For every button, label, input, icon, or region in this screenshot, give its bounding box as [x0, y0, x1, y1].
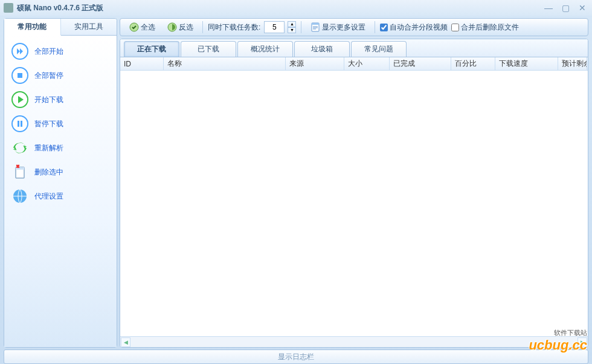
- sidebar-tab-common[interactable]: 常用功能: [4, 19, 61, 36]
- horizontal-scrollbar[interactable]: ◀ ▶: [120, 336, 588, 347]
- svg-rect-6: [21, 121, 22, 127]
- tab-downloaded[interactable]: 已下载: [181, 41, 236, 57]
- column-header[interactable]: ID: [120, 57, 164, 70]
- sidebar-item-label: 全部暂停: [34, 71, 63, 81]
- view-tabs: 正在下载 已下载 概况统计 垃圾箱 常见问题: [120, 39, 588, 57]
- svg-rect-2: [18, 73, 22, 78]
- more-settings-button[interactable]: 显示更多设置: [306, 21, 370, 34]
- grid-header: ID名称来源大小已完成百分比下载速度预计剩余: [120, 57, 588, 71]
- sidebar-item-label: 代理设置: [34, 191, 63, 202]
- main-panel: 正在下载 已下载 概况统计 垃圾箱 常见问题 ID名称来源大小已完成百分比下载速…: [120, 39, 588, 348]
- column-header[interactable]: 下载速度: [495, 57, 558, 70]
- spinner-down[interactable]: ▼: [288, 27, 296, 33]
- column-header[interactable]: 名称: [164, 57, 286, 70]
- tab-stats[interactable]: 概况统计: [237, 41, 293, 57]
- sidebar-item-label: 开始下载: [34, 95, 63, 105]
- forward-all-icon: [11, 43, 28, 60]
- globe-icon: [11, 188, 28, 205]
- tab-trash[interactable]: 垃圾箱: [294, 41, 350, 57]
- titlebar: 硕鼠 Nano v0.4.7.6 正式版 — ▢ ✕: [0, 0, 592, 16]
- play-icon: [11, 91, 28, 108]
- invert-selection-button[interactable]: 反选: [163, 21, 198, 34]
- sidebar-item-label: 全部开始: [34, 46, 63, 57]
- sidebar-item-start-all[interactable]: 全部开始: [5, 39, 115, 63]
- sidebar: 常用功能 实用工具 全部开始 全部暂停 开始下载 暂停下载 重新解析: [4, 18, 117, 348]
- scroll-left-button[interactable]: ◀: [121, 337, 130, 347]
- stop-all-icon: [11, 67, 28, 84]
- invert-icon: [167, 22, 177, 32]
- tab-faq[interactable]: 常见问题: [351, 41, 407, 57]
- toolbar: 全选 反选 同时下载任务数: ▲ ▼ 显示更多设置 自动合并分段视频: [120, 18, 588, 36]
- grid-body[interactable]: [120, 71, 588, 336]
- sidebar-tab-tools[interactable]: 实用工具: [61, 19, 117, 35]
- sidebar-item-delete[interactable]: 删除选中: [5, 160, 115, 184]
- auto-merge-checkbox[interactable]: 自动合并分段视频: [380, 22, 448, 33]
- sidebar-item-start[interactable]: 开始下载: [5, 88, 115, 112]
- auto-merge-input[interactable]: [380, 24, 388, 31]
- sidebar-item-pause[interactable]: 暂停下载: [5, 112, 115, 136]
- svg-rect-13: [312, 23, 319, 25]
- window-title: 硕鼠 Nano v0.4.7.6 正式版: [17, 3, 103, 13]
- checklist-icon: [129, 22, 139, 32]
- column-header[interactable]: 百分比: [451, 57, 495, 70]
- refresh-icon: [11, 139, 28, 156]
- settings-page-icon: [310, 22, 320, 32]
- window-controls: — ▢ ✕: [542, 3, 588, 13]
- select-all-button[interactable]: 全选: [125, 21, 159, 34]
- delete-icon: [11, 164, 28, 180]
- svg-rect-5: [18, 121, 19, 127]
- sidebar-tabs: 常用功能 实用工具: [4, 19, 117, 36]
- delete-after-merge-input[interactable]: [451, 24, 459, 31]
- sidebar-item-label: 重新解析: [34, 143, 63, 153]
- column-header[interactable]: 预计剩余: [558, 57, 587, 70]
- concurrent-input[interactable]: [264, 21, 285, 33]
- sidebar-item-proxy[interactable]: 代理设置: [5, 184, 115, 208]
- show-log-bar[interactable]: 显示日志栏: [4, 350, 588, 364]
- spinner-up[interactable]: ▲: [288, 21, 296, 27]
- sidebar-item-reparse[interactable]: 重新解析: [5, 136, 115, 160]
- concurrent-spinner: ▲ ▼: [288, 21, 296, 33]
- concurrent-label: 同时下载任务数:: [208, 22, 260, 33]
- scroll-right-button[interactable]: ▶: [578, 337, 587, 347]
- separator: [301, 21, 301, 33]
- scroll-track[interactable]: [131, 338, 577, 346]
- maximize-button[interactable]: ▢: [559, 3, 571, 13]
- minimize-button[interactable]: —: [542, 3, 555, 13]
- column-header[interactable]: 来源: [286, 57, 344, 70]
- sidebar-item-pause-all[interactable]: 全部暂停: [5, 63, 115, 88]
- separator: [375, 21, 375, 33]
- close-button[interactable]: ✕: [576, 3, 588, 13]
- column-header[interactable]: 已完成: [390, 57, 451, 70]
- delete-after-merge-checkbox[interactable]: 合并后删除原文件: [451, 22, 519, 33]
- sidebar-items: 全部开始 全部暂停 开始下载 暂停下载 重新解析 删除选中: [4, 36, 117, 347]
- sidebar-item-label: 删除选中: [34, 167, 63, 177]
- separator: [202, 21, 203, 33]
- column-header[interactable]: 大小: [344, 57, 390, 70]
- tab-downloading[interactable]: 正在下载: [124, 41, 179, 57]
- pause-icon: [11, 115, 28, 132]
- svg-point-4: [12, 116, 28, 132]
- app-icon: [4, 3, 13, 13]
- sidebar-item-label: 暂停下载: [34, 119, 63, 129]
